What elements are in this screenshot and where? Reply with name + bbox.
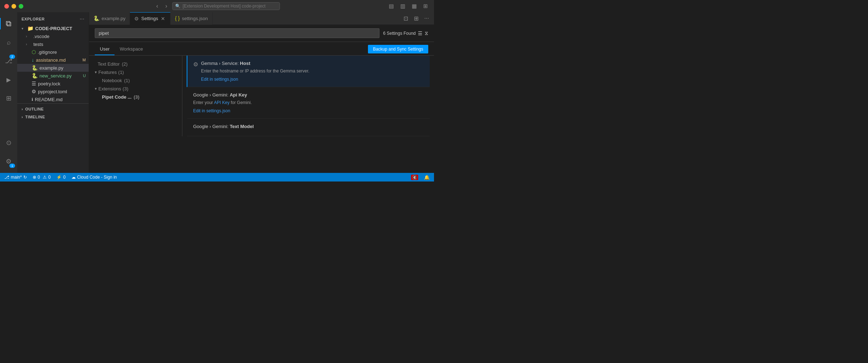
layout-activity-icon[interactable]: ▦	[410, 2, 419, 10]
nav-features[interactable]: ▾ Features (1)	[89, 68, 182, 76]
chevron-down-icon: ▾	[95, 70, 97, 75]
file-icon: ↓	[32, 57, 34, 63]
tab-close-settings[interactable]: ✕	[160, 16, 166, 22]
tab-example-py[interactable]: 🐍 example.py	[89, 12, 130, 25]
split-editor-button[interactable]: ⊞	[412, 14, 421, 23]
sidebar-header: EXPLORER ···	[17, 12, 89, 24]
tree-item-new-service[interactable]: 🐍 new_service.py U	[17, 72, 89, 80]
tab-label-settings-json: settings.json	[182, 16, 208, 21]
settings-detail: ⚙ Gemma › Service: Host Enter the hostna…	[182, 56, 434, 136]
source-control-badge: 2	[9, 55, 15, 59]
tree-item-example-py[interactable]: 🐍 example.py	[17, 64, 89, 72]
titlebar-center: ‹ › 🔍	[154, 2, 280, 10]
statusbar-branch[interactable]: ⎇ main* ↻	[3, 173, 28, 182]
file-readme: README.md	[35, 97, 86, 102]
chevron-down-icon: ▾	[22, 27, 26, 30]
tree-item-vscode[interactable]: › .vscode	[17, 32, 89, 40]
statusbar-mute[interactable]: 🔇	[410, 173, 420, 182]
file-assistance: assistance.md	[36, 57, 81, 63]
nav-text-editor[interactable]: Text Editor (2)	[89, 60, 182, 68]
tab-user[interactable]: User	[95, 44, 115, 55]
layout-sidebar-icon[interactable]: ▤	[387, 2, 396, 10]
tree-root-folder[interactable]: ▾ 📁 CODE-PROJECT	[17, 24, 89, 32]
tabs-bar: 🐍 example.py ⚙ Settings ✕ { } settings.j…	[89, 12, 434, 25]
statusbar-bell[interactable]: 🔔	[423, 173, 431, 182]
nav-pipet-count: (3)	[134, 94, 139, 100]
nav-features-count: (1)	[118, 70, 124, 75]
tree-item-poetry-lock[interactable]: ☰ poetry.lock	[17, 80, 89, 88]
gemini-api-key-desc: Enter your API Key for Gemini.	[193, 99, 424, 106]
titlebar: ‹ › 🔍 ▤ ▥ ▦ ⊞	[0, 0, 434, 12]
gemma-host-edit-link[interactable]: Edit in settings.json	[201, 77, 238, 82]
account-icon: ⊙	[6, 139, 11, 147]
tab-settings[interactable]: ⚙ Settings ✕	[130, 12, 171, 25]
tab-settings-json[interactable]: { } settings.json	[171, 12, 213, 25]
info-icon: ℹ	[32, 97, 33, 102]
titlebar-right: ▤ ▥ ▦ ⊞	[387, 2, 430, 10]
tree-item-gitignore[interactable]: ⬡ .gitignore	[17, 48, 89, 56]
close-window-button[interactable]	[4, 4, 9, 9]
more-tabs-button[interactable]: ···	[422, 14, 431, 23]
statusbar-cloud-code[interactable]: ☁ Cloud Code - Sign in	[70, 173, 118, 182]
timeline-section[interactable]: › TIMELINE	[17, 113, 89, 121]
extensions-icon: ⊞	[6, 94, 11, 102]
search-icon: ⌕	[7, 39, 11, 46]
nav-pipet-code[interactable]: Pipet Code ... (3)	[89, 93, 182, 101]
activity-item-search[interactable]: ⌕	[0, 34, 17, 51]
fullscreen-window-button[interactable]	[19, 4, 23, 9]
activity-item-extensions[interactable]: ⊞	[0, 90, 17, 107]
traffic-lights	[4, 4, 23, 9]
setting-entry-gemini-api-key: Google › Gemini: Api Key Enter your API …	[187, 87, 430, 119]
api-key-link[interactable]: API Key	[214, 100, 229, 105]
settings-main: Text Editor (2) ▾ Features (1) Notebook …	[89, 56, 434, 136]
outline-section[interactable]: › OUTLINE	[17, 105, 89, 113]
titlebar-search-wrapper: 🔍	[172, 2, 280, 10]
file-tests: tests	[33, 42, 86, 47]
warning-icon: ⚠	[43, 175, 47, 180]
activity-item-settings[interactable]: ⚙ 1	[0, 153, 17, 170]
settings-search-input[interactable]	[95, 28, 379, 38]
settings-tabs-row: User Workspace Backup and Sync Settings	[89, 42, 434, 56]
setting-entry-gemini-text-model: Google › Gemini: Text Model	[187, 119, 430, 136]
open-in-editor-button[interactable]: ⊡	[401, 14, 410, 23]
layout-custom-icon[interactable]: ⊞	[421, 2, 430, 10]
settings-found-count: 6 Settings Found	[383, 31, 416, 36]
activity-item-source-control[interactable]: ⎇ 2	[0, 52, 17, 70]
python-icon: 🐍	[32, 73, 38, 79]
back-button[interactable]: ‹	[154, 2, 160, 10]
nav-notebook[interactable]: Notebook (1)	[89, 76, 182, 85]
activity-item-run[interactable]: ▶	[0, 71, 17, 88]
tree-item-tests[interactable]: › tests	[17, 40, 89, 48]
timeline-label: TIMELINE	[25, 115, 45, 119]
statusbar-errors[interactable]: ⊗ 0 ⚠ 0	[31, 173, 52, 182]
statusbar-remote[interactable]: ⚡ 0	[55, 173, 67, 182]
bell-icon: 🔔	[424, 175, 430, 180]
search-icon: 🔍	[175, 4, 181, 9]
gemini-api-key-edit-link[interactable]: Edit in settings.json	[193, 108, 230, 113]
git-icon: ⬡	[32, 49, 36, 55]
file-new-service: new_service.py	[39, 73, 81, 79]
layout-panel-icon[interactable]: ▥	[398, 2, 407, 10]
statusbar-right: 🔇 🔔	[410, 173, 431, 182]
filter-icon: ⧖	[425, 30, 428, 36]
sidebar-more-button[interactable]: ···	[80, 16, 84, 22]
forward-button[interactable]: ›	[163, 2, 169, 10]
settings-tabs: User Workspace	[95, 44, 148, 55]
nav-notebook-label: Notebook	[102, 78, 122, 83]
minimize-window-button[interactable]	[11, 4, 16, 9]
sync-icon: ↻	[23, 175, 27, 180]
activity-item-account[interactable]: ⊙	[0, 134, 17, 151]
tabs-right: ⊡ ⊞ ···	[401, 14, 434, 23]
tree-item-readme[interactable]: ℹ README.md	[17, 95, 89, 103]
folder-icon: 📁	[27, 25, 33, 31]
activity-item-explorer[interactable]: ⧉	[0, 15, 17, 32]
modified-badge: M	[83, 58, 86, 62]
titlebar-search-input[interactable]	[172, 2, 280, 10]
nav-extensions[interactable]: ▾ Extensions (3)	[89, 85, 182, 93]
backup-sync-button[interactable]: Backup and Sync Settings	[368, 45, 428, 53]
nav-text-editor-label: Text Editor	[98, 61, 120, 67]
tree-item-assistance[interactable]: ↓ assistance.md M	[17, 56, 89, 64]
tab-workspace[interactable]: Workspace	[115, 44, 148, 55]
file-pyproject: pyproject.toml	[38, 89, 86, 94]
tree-item-pyproject[interactable]: ⚙ pyproject.toml	[17, 88, 89, 95]
